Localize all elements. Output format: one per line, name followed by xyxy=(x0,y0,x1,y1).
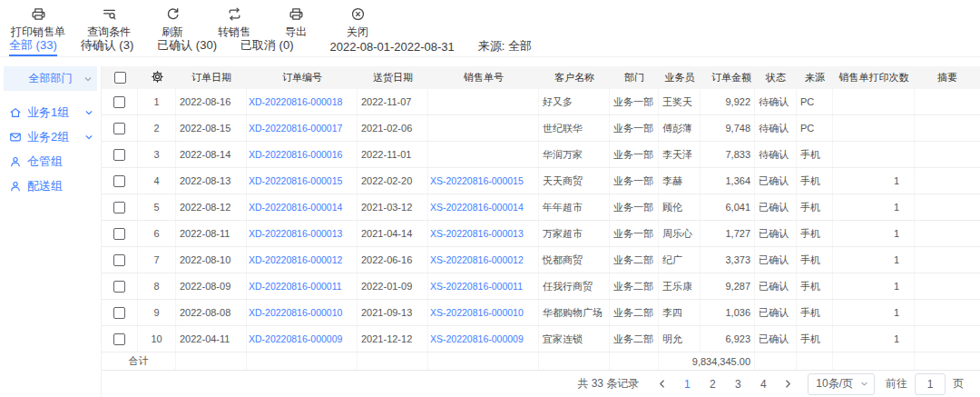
delivery-date-cell: 2021-04-14 xyxy=(358,221,428,246)
order-no-link[interactable]: XD-20220816-000017 xyxy=(247,115,358,141)
order-no-link[interactable]: XD-20220816-000014 xyxy=(247,194,358,220)
salesperson-cell: 明允 xyxy=(659,326,701,352)
amount-cell: 9,922 xyxy=(701,89,755,114)
order-no-link[interactable]: XD-20220816-000012 xyxy=(247,247,358,273)
refresh-button[interactable]: 刷新 xyxy=(152,6,192,40)
search-filter-icon xyxy=(102,6,117,22)
sales-no-link[interactable]: XS-20220816-000012 xyxy=(428,247,539,273)
print-sales-order-button[interactable]: 打印销售单 xyxy=(11,6,65,40)
row-number-cell: 6 xyxy=(138,221,176,246)
order-no-link[interactable]: XD-20220816-000010 xyxy=(247,300,358,325)
page-button-3[interactable]: 3 xyxy=(729,378,747,391)
sales-no-link[interactable]: XS-20220816-000010 xyxy=(428,300,539,325)
page-button-1[interactable]: 1 xyxy=(678,378,696,391)
row-checkbox[interactable] xyxy=(113,96,125,108)
summary-cell xyxy=(915,194,980,220)
sales-no-link[interactable]: XS-20220816-000009 xyxy=(428,326,539,352)
table-row: 1 2022-08-16 XD-20220816-000018 2022-11-… xyxy=(102,89,980,115)
orders-table: 订单日期 订单编号 送货日期 销售单号 客户名称 部门 业务员 订单金额 状态 … xyxy=(102,66,980,397)
select-all-cell xyxy=(102,66,138,89)
transfer-to-sales-button[interactable]: 转销售 xyxy=(214,6,254,40)
header-amount: 订单金额 xyxy=(701,66,755,89)
tab-pending-confirm[interactable]: 待确认 (3) xyxy=(81,36,134,56)
row-checkbox[interactable] xyxy=(113,175,125,187)
row-checkbox[interactable] xyxy=(113,228,125,240)
page-size-select[interactable]: 10条/页 xyxy=(808,373,875,395)
total-label: 合计 xyxy=(102,352,176,370)
refresh-icon xyxy=(165,6,181,22)
prev-page-button[interactable] xyxy=(653,379,671,389)
status-cell: 已确认 xyxy=(755,247,797,273)
row-checkbox[interactable] xyxy=(113,254,125,266)
order-date-cell: 2022-08-12 xyxy=(176,194,247,220)
row-checkbox[interactable] xyxy=(113,333,125,345)
export-button[interactable]: 导出 xyxy=(276,6,316,40)
next-page-button[interactable] xyxy=(779,379,797,389)
sales-no-link[interactable] xyxy=(428,142,539,167)
sales-no-link[interactable]: XS-20220816-000014 xyxy=(428,194,539,220)
department-dropdown[interactable]: 全部部门 xyxy=(4,66,97,91)
table-row: 10 2022-04-11 XD-20220816-000009 2021-12… xyxy=(102,326,980,352)
source-cell: PC xyxy=(797,115,833,141)
close-button[interactable]: 关闭 xyxy=(338,6,377,40)
header-sales-no: 销售单号 xyxy=(428,66,539,89)
row-checkbox[interactable] xyxy=(113,202,125,213)
date-range-filter[interactable]: 2022-08-01-2022-08-31 xyxy=(329,40,454,54)
sidebar-item-2[interactable]: 业务2组 xyxy=(0,124,101,149)
sales-no-link[interactable]: XS-20220816-000011 xyxy=(428,273,539,299)
page-button-2[interactable]: 2 xyxy=(703,378,721,391)
print-count-cell xyxy=(833,89,915,114)
source-filter[interactable]: 来源: 全部 xyxy=(478,38,532,55)
print-count-cell xyxy=(833,142,915,167)
row-checkbox[interactable] xyxy=(113,281,125,293)
print-count-cell: 1 xyxy=(833,273,915,299)
summary-cell xyxy=(915,89,980,114)
dept-cell: 业务二部 xyxy=(610,273,659,299)
print-count-cell: 1 xyxy=(833,300,915,325)
salesperson-cell: 王乐康 xyxy=(659,273,701,299)
delivery-date-cell: 2021-03-12 xyxy=(358,194,428,220)
order-no-link[interactable]: XD-20220816-000015 xyxy=(247,168,358,194)
table-row: 3 2022-08-14 XD-20220816-000016 2022-11-… xyxy=(102,142,980,168)
tab-all[interactable]: 全部 (33) xyxy=(9,36,57,56)
dept-cell: 业务一部 xyxy=(610,168,659,194)
tab-cancelled[interactable]: 已取消 (0) xyxy=(240,36,294,56)
row-number-cell: 7 xyxy=(138,247,176,273)
sales-no-link[interactable]: XS-20220816-000015 xyxy=(428,168,539,194)
status-cell: 已确认 xyxy=(755,300,797,325)
delivery-date-cell: 2022-02-20 xyxy=(358,168,428,194)
delivery-date-cell: 2021-02-06 xyxy=(358,115,428,141)
dept-cell: 业务一部 xyxy=(610,115,659,141)
customer-cell: 世纪联华 xyxy=(539,115,610,141)
source-cell: 手机 xyxy=(797,326,833,352)
sales-no-link[interactable] xyxy=(428,89,539,114)
goto-label: 前往 xyxy=(886,376,907,392)
sales-no-link[interactable]: XS-20220816-000013 xyxy=(428,221,539,246)
order-no-link[interactable]: XD-20220816-000011 xyxy=(247,273,358,299)
sidebar-item-1[interactable]: 业务1组 xyxy=(0,100,101,124)
select-all-checkbox[interactable] xyxy=(114,72,126,84)
tab-confirmed[interactable]: 已确认 (30) xyxy=(157,36,217,56)
header-order-date: 订单日期 xyxy=(176,66,247,89)
query-conditions-button[interactable]: 查询条件 xyxy=(87,6,131,40)
row-checkbox[interactable] xyxy=(113,307,125,319)
print-count-cell: 1 xyxy=(833,168,915,194)
dept-cell: 业务一部 xyxy=(610,194,659,220)
order-no-link[interactable]: XD-20220816-000016 xyxy=(247,142,358,167)
sidebar-item-4[interactable]: 配送组 xyxy=(0,174,101,198)
order-no-link[interactable]: XD-20220816-000013 xyxy=(247,221,358,246)
customer-cell: 华都购物广场 xyxy=(539,300,610,325)
order-no-link[interactable]: XD-20220816-000018 xyxy=(247,89,358,114)
gear-icon[interactable] xyxy=(151,70,164,85)
sales-no-link[interactable] xyxy=(428,115,539,141)
goto-page-input[interactable] xyxy=(915,373,946,395)
row-checkbox[interactable] xyxy=(113,149,125,161)
order-no-link[interactable]: XD-20220816-000009 xyxy=(247,326,358,352)
table-row: 4 2022-08-13 XD-20220816-000015 2022-02-… xyxy=(102,168,980,194)
sidebar-item-3[interactable]: 仓管组 xyxy=(0,149,101,174)
order-date-cell: 2022-04-11 xyxy=(176,326,247,352)
column-settings-cell xyxy=(138,66,176,89)
row-checkbox[interactable] xyxy=(113,123,125,134)
dept-cell: 业务二部 xyxy=(610,247,659,273)
page-button-4[interactable]: 4 xyxy=(754,378,772,391)
